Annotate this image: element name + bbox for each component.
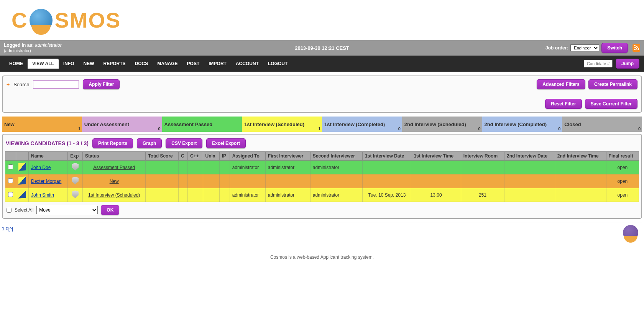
pipeline-stage-2nd-interview-completed-[interactable]: 2nd Interview (Completed)0 [482,117,562,132]
col-header[interactable]: Name [29,152,68,161]
pipeline-stage-new[interactable]: New1 [2,117,82,132]
row-checkbox[interactable] [8,164,13,169]
col-header[interactable]: Unix [203,152,219,161]
nav-item-info[interactable]: INFO [59,59,79,69]
print-reports-button[interactable]: Print Reports [92,138,133,148]
cell [504,188,555,202]
bulk-action-select[interactable]: Move [36,206,98,214]
col-header[interactable]: Exp [68,152,83,161]
nav-item-post[interactable]: POST [182,59,204,69]
col-header[interactable]: Interview Room [461,152,504,161]
rss-icon[interactable] [632,44,640,52]
col-header[interactable]: C [179,152,188,161]
main-nav: HOMEVIEW ALLINFONEWREPORTSDOCSMANAGEPOST… [0,56,644,72]
status-link[interactable]: Assessment Passed [93,165,135,170]
row-checkbox[interactable] [8,192,13,197]
cell [555,188,606,202]
cell [555,174,606,188]
graph-button[interactable]: Graph [137,138,162,148]
status-link[interactable]: 1st Interview (Scheduled) [88,192,140,198]
edit-icon[interactable] [18,176,26,185]
shield-icon[interactable] [72,190,79,198]
logged-in-info: Logged in as: administrator (administrat… [4,43,62,53]
col-header[interactable]: 1st Interview Date [363,152,411,161]
nav-item-logout[interactable]: LOGOUT [263,59,292,69]
excel-export-button[interactable]: Excel Export [206,138,246,148]
edit-icon[interactable] [18,163,26,171]
job-order-select[interactable]: Engineer [570,44,599,51]
candidate-number-input[interactable] [584,60,613,67]
col-header[interactable]: 1st Interview Time [411,152,461,161]
cell [461,161,504,174]
nav-item-manage[interactable]: MANAGE [153,59,182,69]
cell [179,188,188,202]
cell: 251 [461,188,504,202]
cell [188,161,203,174]
cell [203,174,219,188]
pipeline-stage-assessment-passed[interactable]: Assessment Passed [162,117,242,132]
shield-icon[interactable] [72,163,79,171]
nav-item-reports[interactable]: REPORTS [99,59,130,69]
cell [504,161,555,174]
nav-item-home[interactable]: HOME [5,59,28,69]
nav-item-new[interactable]: NEW [79,59,99,69]
col-header[interactable]: 2nd Interview Time [555,152,606,161]
col-header[interactable]: First Interviewer [265,152,310,161]
cell [146,174,179,188]
col-header[interactable]: Final result [606,152,639,161]
candidate-name-link[interactable]: John Doe [31,165,51,170]
reset-filter-button[interactable]: Reset Filter [545,99,582,109]
cell: 13:00 [411,188,461,202]
col-header[interactable]: 2nd Interview Date [504,152,555,161]
svg-point-0 [634,49,636,50]
col-header[interactable]: Total Score [146,152,179,161]
version-link[interactable]: 1.0[^] [2,226,13,231]
pipeline-stage-closed[interactable]: Closed0 [562,117,642,132]
candidate-name-link[interactable]: Dexter Morgan [31,179,61,184]
col-header[interactable]: Assigned To [230,152,265,161]
cell [363,174,411,188]
cell [188,188,203,202]
edit-icon[interactable] [18,190,26,199]
nav-item-import[interactable]: IMPORT [204,59,231,69]
jump-button[interactable]: Jump [616,59,639,69]
switch-button[interactable]: Switch [601,43,628,53]
row-checkbox[interactable] [8,178,13,183]
table-header-row: NameExpStatusTotal ScoreCC++UnixIPAssign… [5,152,639,161]
shield-icon[interactable] [72,177,79,184]
cell [504,174,555,188]
col-header [5,152,16,161]
nav-item-view-all[interactable]: VIEW ALL [28,59,59,69]
ok-button[interactable]: OK [101,205,119,215]
create-permalink-button[interactable]: Create Permalink [588,79,637,89]
cell [555,161,606,174]
col-header[interactable]: Status [83,152,146,161]
col-header[interactable]: Second Interviewer [310,152,362,161]
apply-filter-button[interactable]: Apply Filter [83,79,120,89]
cell [179,161,188,174]
pipeline-stage-2nd-interview-scheduled-[interactable]: 2nd Interview (Scheduled)0 [402,117,482,132]
cosmos-logo: C SMOS [12,8,632,33]
col-header [16,152,29,161]
cell: open [606,161,639,174]
advanced-filters-button[interactable]: Advanced Filters [537,79,585,89]
csv-export-button[interactable]: CSV Export [166,138,202,148]
col-header[interactable]: IP [219,152,230,161]
cell [219,188,230,202]
status-link[interactable]: New [110,179,119,184]
nav-item-docs[interactable]: DOCS [130,59,153,69]
save-current-filter-button[interactable]: Save Current Filter [585,99,637,109]
nav-item-account[interactable]: ACCOUNT [231,59,263,69]
pipeline-stages: New1Under Assessment0Assessment Passed1s… [2,117,642,132]
pipeline-stage-under-assessment[interactable]: Under Assessment0 [82,117,162,132]
select-all-checkbox[interactable] [7,208,12,213]
cell: administrator [265,188,310,202]
col-header[interactable]: C++ [188,152,203,161]
cell [461,174,504,188]
cell [265,174,310,188]
pipeline-stage-1st-interview-scheduled-[interactable]: 1st Interview (Scheduled)1 [242,117,322,132]
search-input[interactable] [33,80,79,89]
expand-search-icon[interactable]: + [7,81,10,87]
candidate-name-link[interactable]: John Smith [31,192,54,198]
pipeline-stage-1st-interview-completed-[interactable]: 1st Interview (Completed)0 [322,117,402,132]
